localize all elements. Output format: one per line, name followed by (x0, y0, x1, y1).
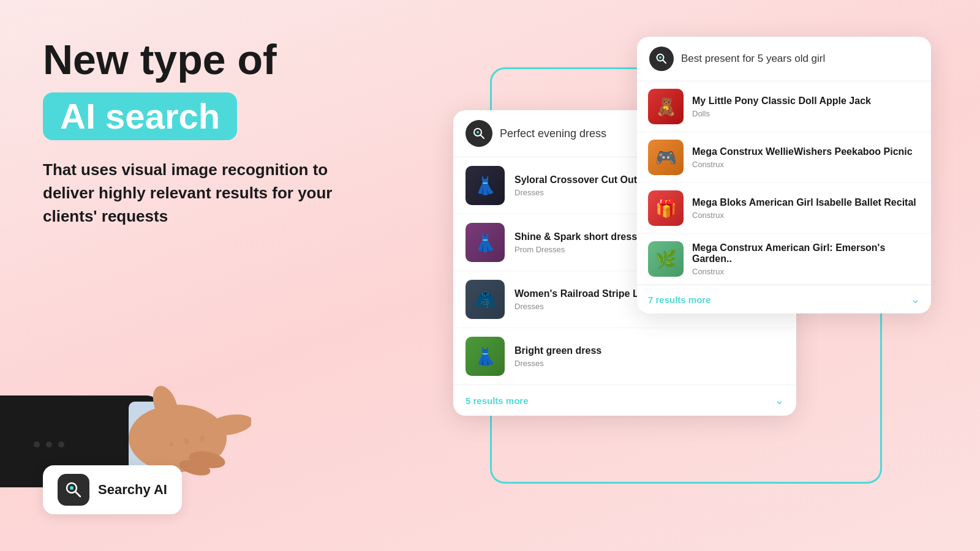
toy-name-1: My Little Pony Classic Doll Apple Jack (692, 96, 920, 107)
toy-cat-2: Construx (692, 160, 920, 169)
toy-thumb-1: 🧸 (648, 89, 684, 124)
toy-info-1: My Little Pony Classic Doll Apple Jack D… (692, 96, 920, 118)
searchy-label: Searchy AI (98, 482, 167, 498)
right-section: Perfect evening dress 👗 Syloral Crossove… (453, 37, 931, 514)
svg-point-15 (70, 486, 74, 490)
svg-point-8 (184, 439, 189, 444)
dress-item-4: 👗 Bright green dress Dresses (453, 328, 796, 384)
toy-search-bar: Best present for 5 years old girl (637, 37, 931, 81)
dress-cat-4: Dresses (514, 359, 784, 368)
toy-cat-4: Construx (692, 267, 920, 276)
toy-cat-1: Dolls (692, 109, 920, 118)
toy-chevron-icon[interactable]: ⌄ (911, 293, 920, 306)
searchy-badge: Searchy AI (43, 465, 182, 514)
svg-line-20 (663, 60, 666, 63)
toy-more-count[interactable]: 7 results more (648, 294, 711, 305)
dress-thumb-3: 🧥 (466, 280, 505, 319)
toy-thumb-3: 🎁 (648, 190, 684, 226)
dress-search-text: Perfect evening dress (500, 127, 606, 140)
toy-name-3: Mega Bloks American Girl Isabelle Ballet… (692, 197, 920, 208)
toy-item-4: 🌿 Mega Construx American Girl: Emerson's… (637, 234, 931, 285)
toy-info-4: Mega Construx American Girl: Emerson's G… (692, 242, 920, 276)
dress-thumb-4: 👗 (466, 337, 505, 376)
ai-badge: AI search (43, 92, 237, 141)
dress-info-4: Bright green dress Dresses (514, 345, 784, 368)
dress-name-4: Bright green dress (514, 345, 784, 356)
ai-badge-text: AI search (60, 96, 220, 136)
svg-point-21 (659, 56, 662, 59)
svg-point-11 (46, 441, 52, 448)
toy-thumb-4: 🌿 (648, 241, 684, 277)
subheadline: That uses visual image recognition to de… (43, 159, 337, 228)
toy-item-3: 🎁 Mega Bloks American Girl Isabelle Ball… (637, 183, 931, 234)
dress-search-icon (466, 120, 492, 147)
toy-thumb-2: 🎮 (648, 140, 684, 175)
headline-line1: New type of (43, 36, 277, 83)
toy-info-3: Mega Bloks American Girl Isabelle Ballet… (692, 197, 920, 220)
left-section: New type of AI search That uses visual i… (43, 37, 361, 228)
svg-point-7 (200, 436, 205, 441)
toy-cat-3: Construx (692, 211, 920, 220)
toy-panel: Best present for 5 years old girl 🧸 My L… (637, 37, 931, 313)
toy-name-2: Mega Construx WellieWishers Peekaboo Pic… (692, 146, 920, 157)
toy-item-1: 🧸 My Little Pony Classic Doll Apple Jack… (637, 81, 931, 132)
svg-point-12 (58, 441, 64, 448)
dress-more-count[interactable]: 5 results more (466, 395, 529, 406)
dress-thumb-1: 👗 (466, 166, 505, 205)
svg-point-10 (34, 441, 40, 448)
svg-point-18 (477, 131, 479, 133)
dress-more-results[interactable]: 5 results more ⌄ (453, 384, 796, 416)
toy-item-2: 🎮 Mega Construx WellieWishers Peekaboo P… (637, 132, 931, 183)
svg-point-9 (170, 443, 173, 446)
toy-product-list: 🧸 My Little Pony Classic Doll Apple Jack… (637, 81, 931, 285)
dress-chevron-icon[interactable]: ⌄ (775, 394, 784, 407)
dress-thumb-2: 👗 (466, 223, 505, 262)
toy-search-icon (649, 47, 674, 71)
searchy-icon (58, 474, 89, 506)
toy-more-results[interactable]: 7 results more ⌄ (637, 285, 931, 313)
svg-line-14 (75, 492, 80, 497)
toy-name-4: Mega Construx American Girl: Emerson's G… (692, 242, 920, 264)
toy-info-2: Mega Construx WellieWishers Peekaboo Pic… (692, 146, 920, 169)
svg-line-17 (481, 135, 484, 139)
headline: New type of (43, 37, 361, 83)
toy-search-text: Best present for 5 years old girl (681, 53, 825, 65)
